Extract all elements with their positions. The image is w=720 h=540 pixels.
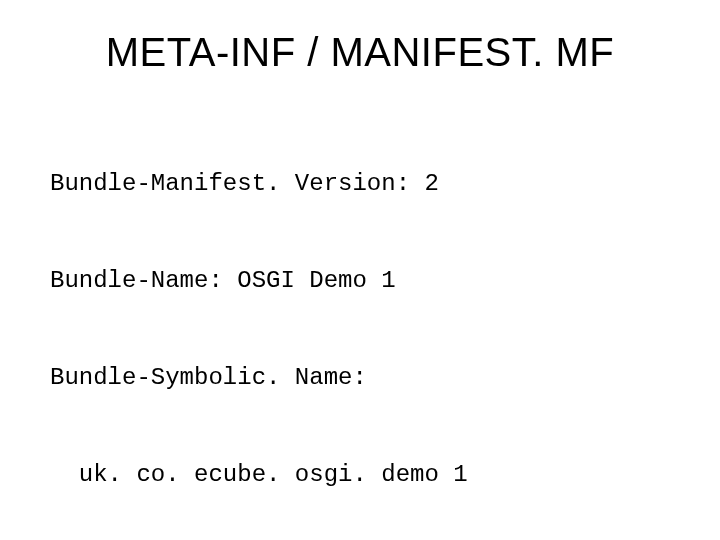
manifest-line: Bundle-Name: OSGI Demo 1	[50, 265, 670, 297]
manifest-content: Bundle-Manifest. Version: 2 Bundle-Name:…	[50, 103, 670, 540]
manifest-line-continuation: uk. co. ecube. osgi. demo 1	[50, 459, 670, 491]
manifest-line: Bundle-Symbolic. Name:	[50, 362, 670, 394]
manifest-line: Bundle-Manifest. Version: 2	[50, 168, 670, 200]
page-title: META-INF / MANIFEST. MF	[50, 30, 670, 75]
